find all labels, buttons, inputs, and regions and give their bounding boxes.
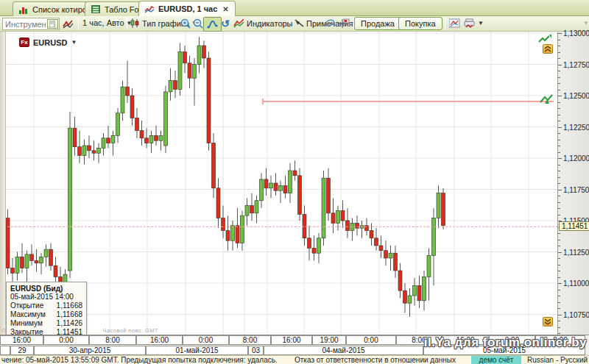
candle [126, 87, 130, 96]
candle [408, 296, 412, 303]
chart-symbol-label[interactable]: Fx EURUSD ▼ [19, 38, 77, 47]
instrument-lookup-button[interactable] [47, 19, 58, 29]
price-tick [558, 321, 560, 321]
toolbar-overflow-icon[interactable]: ▾ [584, 19, 588, 26]
timezone-label: Часовой пояс: GMT [103, 327, 158, 334]
chart-left-splitter[interactable] [0, 32, 6, 335]
price-tick [558, 233, 560, 234]
price-tick-label: 1,12250 [563, 124, 589, 132]
price-tick [558, 158, 562, 159]
candle [398, 271, 402, 290]
data-disclaimer-link[interactable]: Отказ от ответственности в отношении дан… [294, 356, 456, 364]
tooltip-row-label: Закрытие [10, 328, 43, 335]
price-tick [558, 152, 560, 153]
buy-button[interactable]: Покупка [398, 17, 442, 30]
time-cell: 04-май-2015 [264, 346, 423, 355]
time-axis[interactable]: 16:000:008:0016:000:008:0016:0019:000:00… [0, 335, 589, 355]
candle [375, 238, 378, 246]
trend-up-icon[interactable] [538, 34, 551, 44]
candle [423, 277, 426, 301]
candle [403, 290, 407, 303]
tooltip-row: Минимум1,11426 [10, 319, 82, 327]
candle [178, 52, 182, 90]
line-tool-icon [294, 18, 304, 28]
time-cell: 0:00 [43, 335, 89, 345]
indicators-label: Индикаторы [247, 19, 293, 28]
candle [202, 46, 206, 58]
candle [308, 238, 311, 249]
price-tick [558, 33, 562, 34]
price-tick-label: 1,12000 [563, 154, 589, 163]
chart-plot-area[interactable]: Fx EURUSD ▼ EURUSD (Бид) 05-май-2015 14:… [0, 32, 557, 335]
candle [88, 146, 91, 151]
candle [283, 185, 287, 193]
candle [102, 138, 105, 149]
candle [164, 92, 168, 146]
price-tick [558, 40, 560, 40]
quotes-list-icon [19, 5, 29, 14]
price-tick [558, 140, 560, 140]
candle [370, 231, 373, 238]
candle [417, 285, 421, 300]
tab-close-icon[interactable]: ✕ [222, 5, 228, 13]
candle [25, 254, 29, 268]
tooltip-row: Открытие1,11668 [10, 301, 82, 310]
candle [245, 206, 249, 216]
scroll-down-button[interactable] [543, 317, 553, 326]
candle [212, 143, 216, 188]
compare-symbols-icon[interactable] [63, 19, 74, 29]
candle [264, 179, 268, 188]
price-tick-label: 1,10750 [563, 311, 589, 319]
candle [226, 231, 230, 241]
candle [312, 248, 316, 253]
price-tick [558, 196, 560, 196]
export-print-button[interactable]: ▼ [461, 17, 487, 29]
price-tick [558, 52, 560, 53]
candle [174, 81, 177, 90]
time-cell: 0:00 [489, 335, 535, 345]
candle [336, 210, 340, 223]
language-selector[interactable]: Russian - Русский [527, 356, 588, 364]
candle [365, 226, 369, 231]
candle [255, 201, 258, 213]
candle [130, 96, 134, 118]
candle [303, 215, 306, 238]
price-tick-label: 1,11000 [563, 279, 589, 288]
price-tick [558, 258, 560, 259]
price-tick [558, 165, 560, 165]
tooltip-time: 05-май-2015 14:00 [10, 293, 82, 301]
price-tick [558, 333, 560, 334]
candle [432, 218, 436, 256]
price-tick [558, 133, 560, 134]
candle [193, 65, 197, 79]
time-cell: 8:00 [229, 335, 271, 345]
candle [207, 58, 211, 143]
scroll-up-button[interactable] [543, 44, 553, 54]
tab-eurusd-chart[interactable]: EURUSD, 1 час ✕ [138, 1, 236, 16]
candle [44, 249, 48, 257]
candle [216, 188, 220, 218]
candle [331, 213, 335, 224]
candle [35, 260, 38, 263]
candle [82, 146, 86, 156]
price-tick [558, 290, 560, 290]
candle [97, 148, 101, 153]
candle [68, 128, 72, 271]
candle [260, 179, 264, 201]
candle [155, 135, 158, 140]
price-tick [558, 46, 560, 46]
price-tick [558, 190, 562, 190]
candle [379, 246, 383, 251]
alert-line-handle-icon[interactable] [539, 93, 554, 105]
tooltip-row-value: 1,11668 [57, 301, 82, 310]
price-tick [558, 58, 560, 59]
candle [21, 257, 24, 268]
price-tick [558, 171, 560, 171]
tab-bar: Список котировок Табло Forex EURUSD, 1 ч… [0, 0, 589, 16]
candle [241, 215, 244, 243]
price-axis[interactable]: 1,130001,127501,125001,122501,120001,117… [557, 32, 589, 335]
candle [183, 52, 187, 63]
sell-button[interactable]: Продажа [354, 17, 401, 30]
candle [30, 254, 34, 261]
tooltip-row-value: 1,11451 [57, 328, 82, 335]
